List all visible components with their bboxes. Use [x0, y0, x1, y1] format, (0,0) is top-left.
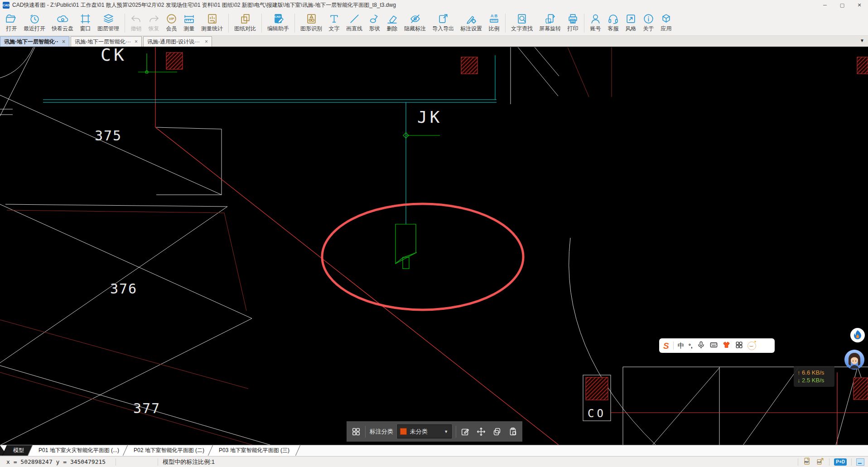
copy-icon[interactable] — [492, 427, 502, 437]
grid-icon[interactable] — [351, 427, 361, 437]
cad-label-376: 376 — [110, 281, 137, 297]
line-icon — [349, 13, 360, 24]
toolbar-label: 删除 — [387, 25, 398, 33]
toolbar-button-compare[interactable]: 图纸对比 — [231, 11, 259, 35]
toolbar-label: 文字查找 — [511, 25, 533, 33]
assistant-avatar[interactable] — [844, 350, 864, 370]
document-tab-3[interactable]: 讯施-通用图-设计说··· × — [143, 36, 212, 47]
toolbar-button-about[interactable]: 关于 — [640, 11, 657, 35]
document-tab-label: 讯施-地下一层智能化·· — [4, 38, 58, 46]
undo-icon — [130, 13, 142, 24]
document-tab-2[interactable]: 讯施-地下一层智能化··· × — [71, 36, 142, 47]
toolbar-button-line[interactable]: 画直线 — [343, 11, 366, 35]
category-dropdown[interactable]: 未分类 ▼ — [397, 424, 452, 438]
toolbar-button-vip[interactable]: VIP会员 — [163, 11, 180, 35]
sheet-tab-p01[interactable]: P01 地下室火灾智能化平面图 (...) — [28, 445, 130, 456]
toolbar-divider — [584, 14, 584, 33]
hide-icon — [410, 13, 421, 24]
drawing-area[interactable]: CKJK375376377CO 标注分类 未分类 ▼ S 中 °, — [0, 47, 868, 445]
toolbar-button-hide[interactable]: 隐藏标注 — [401, 11, 429, 35]
svg-text:A:B: A:B — [491, 14, 497, 18]
toolbar-button-open[interactable]: 打开 — [3, 11, 20, 35]
document-tab-1[interactable]: 讯施-地下一层智能化·· × — [0, 36, 69, 47]
toolbar-button-apps[interactable]: 应用 — [657, 11, 675, 35]
panel-icon[interactable] — [856, 458, 864, 466]
upload-speed: ↑ 6.6 KB/s — [797, 369, 831, 376]
chevron-down-icon[interactable]: ▼ — [443, 429, 449, 434]
toolbar-button-layers[interactable]: 图层管理 — [94, 11, 122, 35]
toolbar-button-print[interactable]: 打印 — [564, 11, 582, 35]
cad-label-JK: JK — [417, 108, 442, 126]
pd-badge[interactable]: P+D — [834, 458, 847, 466]
cad-canvas[interactable]: CKJK375376377CO — [0, 47, 868, 445]
edit-annotation-icon[interactable] — [460, 427, 470, 437]
toolbar-button-cloud[interactable]: 快看云盘 — [48, 11, 77, 35]
punctuation-toggle[interactable]: °, — [689, 342, 693, 349]
pdf-icon[interactable]: PDF — [803, 457, 811, 467]
close-button[interactable]: ✕ — [851, 0, 868, 10]
download-speed: ↓ 2.5 KB/s — [797, 377, 831, 384]
chinese-mode-toggle[interactable]: 中 — [678, 342, 685, 350]
tab-list-chevron-down-icon[interactable]: ▼ — [860, 38, 864, 43]
sheet-tab-label: 模型 — [13, 447, 24, 454]
ai-face-icon[interactable] — [747, 342, 756, 350]
text-icon — [328, 13, 340, 24]
pdf-export-icon[interactable]: PDF — [816, 457, 825, 467]
toolbar-button-find[interactable]: 文字查找 — [508, 11, 536, 35]
svg-text:PDF: PDF — [817, 461, 821, 463]
close-icon[interactable]: × — [58, 39, 65, 45]
status-bar: x = 502898247 y = 3450479215 模型中的标注比例:1 … — [0, 456, 868, 467]
sheet-tab-p02[interactable]: P02 地下室智能化平面图 (二) — [123, 445, 215, 456]
status-bar-icons: PDFPDFP+D — [798, 457, 868, 467]
toolbar-button-recognition[interactable]: 图形识别 — [297, 11, 325, 35]
menu-grid-icon[interactable] — [735, 341, 743, 351]
markup-ellipse[interactable] — [322, 204, 523, 310]
move-icon[interactable] — [476, 427, 486, 437]
assistant-icon: CAD — [273, 13, 284, 24]
toolbar-button-style[interactable]: 风格 — [622, 11, 640, 35]
flame-badge-icon[interactable] — [850, 327, 865, 343]
toolbar-button-account[interactable]: 账号 — [587, 11, 604, 35]
support-icon — [608, 13, 619, 24]
minimize-button[interactable]: ─ — [816, 0, 834, 10]
maximize-button[interactable]: ▢ — [834, 0, 851, 10]
close-icon[interactable]: × — [201, 39, 208, 45]
title-bar: CAD CAD快速看图 - Z:\Public\01 工作盘\01 散人预算\2… — [0, 0, 868, 10]
skin-icon[interactable] — [722, 341, 731, 351]
account-icon — [590, 13, 601, 24]
toolbar-button-eraser[interactable]: 删除 — [383, 11, 401, 35]
sheet-tab-p03[interactable]: P03 地下室智能化平面图 (三) — [208, 445, 300, 456]
toolbar-divider — [228, 14, 229, 33]
toolbar-button-text[interactable]: 文字 — [325, 11, 343, 35]
green-symbols — [138, 53, 440, 269]
sogou-logo-icon[interactable]: S — [663, 342, 669, 350]
toolbar-button-support[interactable]: 客服 — [604, 11, 622, 35]
toolbar-button-measure[interactable]: 测量 — [180, 11, 198, 35]
toolbar-label: 窗口 — [80, 25, 91, 33]
toolbar-button-annoset[interactable]: 标注设置 — [457, 11, 485, 35]
paste-icon[interactable] — [508, 427, 518, 437]
toolbar-label: 比例 — [489, 25, 500, 33]
keyboard-icon[interactable] — [709, 341, 718, 351]
layers-icon — [103, 13, 114, 24]
category-color-swatch — [400, 428, 407, 435]
white-lines — [0, 47, 868, 445]
sheet-tab-label: P02 地下室智能化平面图 (二) — [134, 447, 204, 454]
toolbar-button-recent[interactable]: 最近打开 — [20, 11, 48, 35]
annotation-scale-text: 模型中的标注比例:1 — [163, 458, 215, 466]
toolbar-button-window[interactable]: 窗口 — [77, 11, 94, 35]
divider — [365, 426, 366, 438]
annotation-actions — [460, 427, 518, 437]
toolbar-button-scale[interactable]: A:B比例 — [485, 11, 503, 35]
mic-icon[interactable] — [697, 341, 705, 351]
close-icon[interactable]: × — [131, 39, 138, 45]
recent-icon — [29, 13, 40, 24]
toolbar-button-shape[interactable]: 形状 — [366, 11, 383, 35]
impexp-icon — [438, 13, 449, 24]
toolbar-button-rotate[interactable]: 屏幕旋转 — [536, 11, 564, 35]
toolbar-button-assistant[interactable]: CAD编辑助手 — [264, 11, 292, 35]
toolbar-button-impexp[interactable]: 导入导出 — [429, 11, 457, 35]
cad-label-375: 375 — [95, 128, 122, 144]
toolbar-button-stats[interactable]: 测量统计 — [198, 11, 226, 35]
about-icon — [643, 13, 654, 24]
